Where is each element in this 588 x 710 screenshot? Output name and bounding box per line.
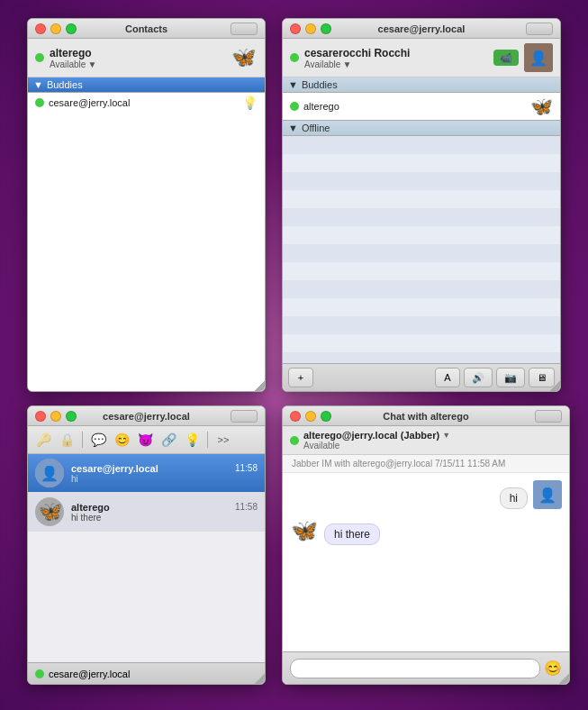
butterfly-icon: 🦋 xyxy=(291,518,318,543)
maximize-button[interactable] xyxy=(321,411,331,422)
buddy-item[interactable]: alterego 🦋 xyxy=(283,93,560,120)
chat-contact-status: Available xyxy=(303,441,562,451)
zoom-button[interactable] xyxy=(526,23,553,35)
incoming-bubble: hi there xyxy=(324,523,380,545)
add-contact-button[interactable]: + xyxy=(288,368,313,387)
video-icon: 📹 xyxy=(500,52,512,64)
chat-contact-info: alterego@jerry.local (Jabber) ▼ Availabl… xyxy=(303,430,562,451)
buddy-contact-avatar: 👤 xyxy=(524,43,553,72)
zoom-button[interactable] xyxy=(231,23,258,35)
divider xyxy=(82,432,83,448)
zoom-button[interactable] xyxy=(535,410,562,423)
close-button[interactable] xyxy=(290,23,301,34)
minimize-button[interactable] xyxy=(305,23,316,34)
minimize-button[interactable] xyxy=(305,411,316,422)
chat-input-field[interactable] xyxy=(290,659,540,678)
devil-icon[interactable]: 😈 xyxy=(135,430,155,450)
buddy-list-window: cesare@jerry.local cesarerocchi Rocchi A… xyxy=(282,18,561,392)
contacts-username: alterego xyxy=(50,47,96,59)
minimize-button[interactable] xyxy=(50,23,61,34)
camera-button[interactable]: 📷 xyxy=(496,368,525,387)
chat-input-bar: 😊 xyxy=(283,651,569,684)
resize-handle[interactable] xyxy=(547,378,560,391)
minimize-button[interactable] xyxy=(50,411,61,422)
contacts-avatar: 🦋 xyxy=(229,43,258,72)
buddies-group-header[interactable]: ▼ Buddies xyxy=(283,77,560,93)
offline-group-header[interactable]: ▼ Offline xyxy=(283,120,560,136)
message-row-incoming: 🦋 hi there xyxy=(290,516,562,545)
buddy-list-empty-area xyxy=(283,136,560,363)
message-row-outgoing: 👤 hi xyxy=(290,480,562,509)
contact-name: cesare@jerry.local xyxy=(49,97,130,108)
user-status-dot xyxy=(35,53,44,62)
outgoing-bubble: hi xyxy=(500,487,528,509)
chat-contact-name: alterego xyxy=(71,502,110,513)
contact-list: cesare@jerry.local 💡 xyxy=(28,93,265,391)
chatlist-window: cesare@jerry.local 🔑 🔒 💬 😊 😈 🔗 💡 >> 👤 ce… xyxy=(27,405,266,685)
more-icon[interactable]: >> xyxy=(213,430,233,450)
buddy-username: cesarerocchi Rocchi xyxy=(304,47,410,59)
close-button[interactable] xyxy=(290,411,301,422)
lock-icon: 🔒 xyxy=(57,430,77,450)
traffic-lights xyxy=(35,23,77,34)
maximize-button[interactable] xyxy=(321,23,331,34)
status-bar: cesare@jerry.local xyxy=(28,662,265,684)
traffic-lights xyxy=(290,411,331,422)
buddy-titlebar: cesare@jerry.local xyxy=(283,19,560,39)
chat-contact-name: alterego@jerry.local (Jabber) ▼ xyxy=(303,430,562,441)
chat-contact-name: cesare@jerry.local xyxy=(71,463,158,474)
list-item[interactable]: cesare@jerry.local 💡 xyxy=(28,93,265,113)
traffic-lights xyxy=(35,411,77,422)
buddy-name: alterego xyxy=(303,101,339,112)
system-message: Jabber IM with alterego@jerry.local 7/15… xyxy=(283,455,569,473)
chat-with-alterego-window: Chat with alterego alterego@jerry.local … xyxy=(282,405,570,685)
outgoing-avatar: 👤 xyxy=(533,480,562,509)
buddies-group-header[interactable]: ▼ Buddies xyxy=(28,77,265,93)
buddy-user-header: cesarerocchi Rocchi Available ▼ 📹 👤 xyxy=(283,39,560,77)
resize-handle[interactable] xyxy=(556,671,569,684)
audio-button[interactable]: 🔊 xyxy=(464,368,493,387)
resize-handle[interactable] xyxy=(252,378,265,391)
close-button[interactable] xyxy=(35,411,46,422)
butterfly-icon: 🦋 xyxy=(38,500,62,523)
contacts-window: Contacts alterego Available ▼ 🦋 ▼ Buddie… xyxy=(27,18,266,392)
list-item[interactable]: 👤 cesare@jerry.local 11:58 hi xyxy=(28,454,265,493)
close-button[interactable] xyxy=(35,23,46,34)
status-dot xyxy=(35,669,44,678)
link-icon[interactable]: 🔗 xyxy=(158,430,178,450)
maximize-button[interactable] xyxy=(66,411,77,422)
lightbulb-icon[interactable]: 💡 xyxy=(182,430,202,450)
lightbulb-icon: 💡 xyxy=(242,96,258,110)
video-call-button[interactable]: 📹 xyxy=(493,50,519,66)
text-format-button[interactable]: A xyxy=(435,368,460,387)
chat-avatar: 👤 xyxy=(35,459,64,487)
chat-icon[interactable]: 💬 xyxy=(88,430,108,450)
buddy-status-dot xyxy=(290,53,299,62)
chat-toolbar: 🔑 🔒 💬 😊 😈 🔗 💡 >> xyxy=(28,426,265,454)
chat-contact-header: alterego@jerry.local (Jabber) ▼ Availabl… xyxy=(283,426,569,455)
chat-preview: hi there xyxy=(71,513,258,523)
contact-status-dot xyxy=(35,98,44,107)
buddy-user-info: cesarerocchi Rocchi Available ▼ xyxy=(304,47,410,69)
chat-titlebar: Chat with alterego xyxy=(283,406,569,426)
contacts-status-dropdown[interactable]: Available ▼ xyxy=(50,59,96,69)
status-username: cesare@jerry.local xyxy=(49,669,130,679)
buddy-online-dot xyxy=(290,102,299,111)
buddy-status-dropdown[interactable]: Available ▼ xyxy=(304,59,410,69)
buddy-toolbar: + A 🔊 📷 🖥 xyxy=(283,363,560,391)
resize-handle[interactable] xyxy=(252,671,265,684)
list-item[interactable]: 🦋 alterego 11:58 hi there xyxy=(28,493,265,532)
traffic-lights xyxy=(290,23,331,34)
contact-online-dot xyxy=(290,436,299,445)
chatlist-titlebar: cesare@jerry.local xyxy=(28,406,265,426)
chat-avatar: 🦋 xyxy=(35,497,64,526)
chat-messages: 👤 hi 🦋 hi there xyxy=(283,473,569,651)
contacts-titlebar: Contacts xyxy=(28,19,265,39)
key-icon: 🔑 xyxy=(33,430,53,450)
maximize-button[interactable] xyxy=(66,23,77,34)
chat-time: 11:58 xyxy=(235,463,258,473)
chat-list: 👤 cesare@jerry.local 11:58 hi 🦋 alterego… xyxy=(28,454,265,655)
zoom-button[interactable] xyxy=(231,410,258,423)
chat-entry-info: cesare@jerry.local 11:58 hi xyxy=(71,463,258,484)
smile-icon[interactable]: 😊 xyxy=(112,430,131,450)
